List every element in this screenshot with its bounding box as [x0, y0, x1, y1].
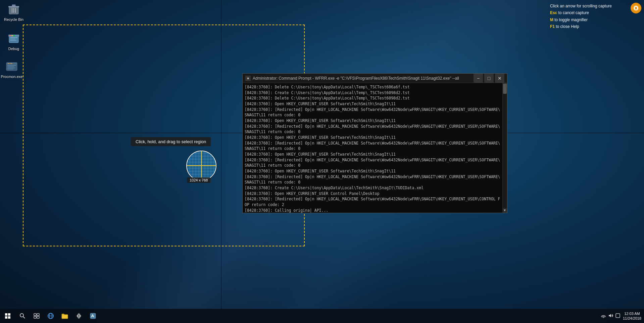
svg-rect-12	[10, 39, 15, 39]
cmd-line: [8428:3760]: [Redirected] Op|n HKEY_LOCA…	[245, 140, 500, 146]
taskbar-task-view[interactable]	[30, 310, 43, 322]
volume-icon[interactable]	[608, 313, 613, 319]
cmd-window: ■ Administrator: Command Prompt - WFRR.e…	[242, 73, 507, 213]
snagit-f1-key: F1	[550, 24, 555, 29]
magnifier-crosshair-v	[201, 151, 202, 180]
recycle-bin-label: Recycle Bin	[4, 17, 23, 22]
procmon-image	[5, 60, 18, 73]
svg-point-22	[11, 63, 12, 64]
svg-point-9	[11, 35, 13, 36]
svg-point-20	[8, 63, 9, 64]
snagit-f1-line: F1 to close Help	[550, 23, 627, 30]
svg-rect-16	[7, 65, 16, 66]
taskbar-ie-icon[interactable]	[44, 310, 57, 322]
svg-rect-42	[616, 314, 620, 318]
snagit-f1-text: to close Help	[555, 24, 579, 29]
svg-rect-11	[10, 37, 17, 38]
svg-rect-30	[34, 314, 36, 316]
cmd-line: SNAGIT\11 return code: 0	[245, 112, 500, 118]
cmd-scrollbar-thumb[interactable]	[503, 84, 507, 94]
desktop: Recycle Bin Debug	[0, 0, 644, 323]
svg-point-38	[78, 315, 80, 317]
cmd-line: [8428:3760]: Open HKEY_CURRE|NT_USER Sof…	[245, 101, 500, 107]
snagit-tooltip-text: Click an arrow for scrolling capture Esc…	[550, 3, 627, 30]
drag-tooltip-text: Click, hold, and drag to select region	[136, 139, 206, 144]
cmd-titlebar: ■ Administrator: Command Prompt - WFRR.e…	[243, 74, 507, 83]
cmd-line: OP return code: 2	[245, 202, 500, 208]
svg-rect-37	[62, 315, 68, 319]
cmd-line: SNAGIT\11 return code: 0	[245, 146, 500, 152]
recycle-bin-icon[interactable]: Recycle Bin	[2, 3, 26, 22]
cmd-controls: − □ ✕	[474, 74, 504, 83]
cmd-line: [8428:3760]: Open HKEY_CURRE|NT_USER Sof…	[245, 118, 500, 124]
svg-rect-31	[37, 314, 39, 316]
cmd-minimize-button[interactable]: −	[474, 74, 483, 83]
notification-icon[interactable]	[615, 313, 620, 319]
cmd-close-button[interactable]: ✕	[495, 74, 504, 83]
svg-rect-26	[5, 316, 7, 319]
svg-point-21	[10, 63, 11, 64]
debug-icon[interactable]: Debug	[2, 32, 26, 51]
procmon-icon[interactable]: Procmon.exe	[0, 60, 23, 79]
svg-point-28	[20, 314, 23, 317]
cmd-app-icon: ■	[245, 76, 251, 81]
cmd-line: SNAGIT\11 return code: 0	[245, 163, 500, 168]
snagit-click-arrow-text: Click an arrow for scrolling capture	[550, 3, 612, 9]
cmd-line: [8428:3760]: Create C:\Users|tony\AppDat…	[245, 185, 500, 191]
snagit-esc-key: Esc	[550, 10, 557, 15]
taskbar-file-explorer-icon[interactable]	[58, 310, 71, 322]
snagit-tooltip: Click an arrow for scrolling capture Esc…	[550, 3, 641, 30]
snagit-esc-line: Esc to cancel capture	[550, 9, 627, 16]
snagit-app-icon	[631, 3, 641, 13]
cmd-line: [8428:3760]: [Redirected] Op|n HKEY_LOCA…	[245, 196, 500, 202]
snagit-m-key: M	[550, 17, 553, 22]
svg-rect-18	[7, 68, 15, 68]
cmd-scrollbar[interactable]: ▲ ▼	[502, 83, 507, 213]
svg-rect-13	[10, 40, 16, 41]
cmd-title: Administrator: Command Prompt - WFRR.exe…	[253, 76, 474, 81]
svg-rect-19	[7, 69, 13, 70]
recycle-bin-image	[7, 3, 20, 16]
snagit-m-text: to toggle magnifier	[553, 17, 588, 22]
svg-rect-25	[8, 313, 10, 316]
taskbar-search[interactable]	[16, 310, 29, 322]
cmd-line: [8428:3760]: Open HKEY_CURRE|NT_USER Sof…	[245, 168, 500, 174]
cmd-line: [8428:3760]: [Redirected] Op|n HKEY_LOCA…	[245, 124, 500, 129]
svg-point-10	[13, 35, 15, 36]
svg-rect-27	[8, 316, 10, 319]
cmd-line: SNAGIT\11 return code: 0	[245, 179, 500, 185]
svg-rect-1	[8, 6, 19, 7]
cmd-line: [8428:3760]: Open HKEY_CURRE|NT_USER Sof…	[245, 135, 500, 140]
svg-rect-33	[37, 316, 39, 318]
magnifier-circle	[186, 151, 216, 181]
debug-image	[7, 32, 20, 45]
taskbar-clock[interactable]: 12:03 AM 11/24/2018	[623, 311, 641, 321]
size-label-text: 1024 x 768	[190, 178, 208, 182]
cmd-line: [8428:3760]: Create C:\Users|tony\AppDat…	[245, 90, 500, 96]
system-tray	[601, 313, 620, 319]
cmd-content[interactable]: [8428:3760]: Delete C:\Users|tony\AppDat…	[243, 83, 507, 213]
taskbar-right: 12:03 AM 11/24/2018	[601, 311, 644, 321]
cmd-line: SNAGIT\11 return code: 0	[245, 129, 500, 135]
taskbar-time: 12:03 AM	[623, 311, 641, 316]
svg-line-29	[23, 317, 25, 318]
start-button[interactable]	[0, 309, 15, 323]
cmd-line: [8428:3760]: [Redirected] Op|n HKEY_LOCA…	[245, 174, 500, 180]
snagit-m-line: M to toggle magnifier	[550, 16, 627, 23]
taskbar-date: 11/24/2018	[623, 316, 641, 321]
snagit-esc-text: to cancel capture	[557, 10, 589, 15]
svg-rect-32	[34, 316, 36, 318]
svg-rect-2	[12, 5, 15, 6]
cmd-line: [8428:3760]: [Redirected] Op|n HKEY_LOCA…	[245, 157, 500, 163]
taskbar-paint-icon[interactable]	[87, 310, 99, 322]
cmd-maximize-button[interactable]: □	[484, 74, 494, 83]
svg-rect-17	[7, 67, 14, 67]
debug-label: Debug	[8, 47, 19, 51]
taskbar-settings-icon[interactable]	[72, 310, 85, 322]
cmd-scrollbar-bottom-arrow[interactable]: ▼	[502, 208, 507, 213]
procmon-label: Procmon.exe	[1, 75, 23, 79]
cmd-line: [8428:3760]: Calling origina| API...	[245, 208, 500, 213]
cmd-line: [8428:3760]: Open HKEY_CURRE|NT_USER Sof…	[245, 152, 500, 157]
cmd-line: [8428:3760]: Open HKEY_CURRE|NT_USER Con…	[245, 191, 500, 197]
network-icon[interactable]	[601, 313, 606, 319]
